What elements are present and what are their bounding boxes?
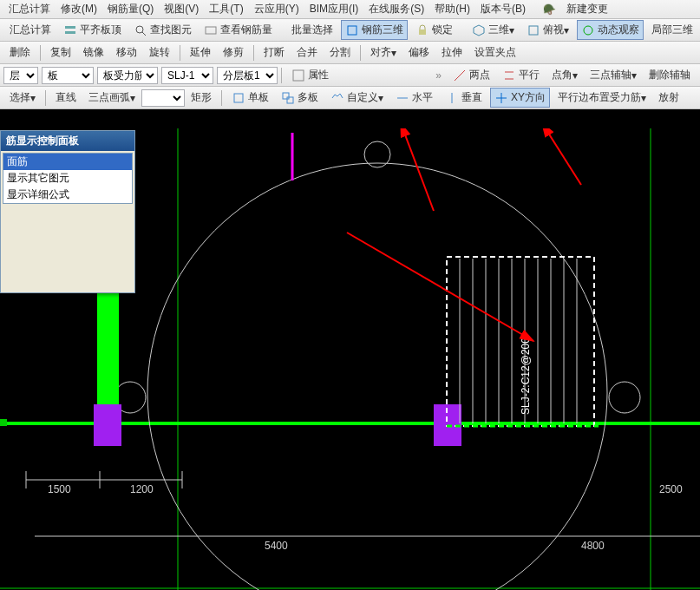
svg-rect-15 xyxy=(287,97,293,103)
hardhat-icon: 🪖 xyxy=(540,2,559,17)
dim-text: 4800 xyxy=(581,540,605,552)
svg-rect-9 xyxy=(293,70,304,81)
list-item[interactable]: 显示详细公式 xyxy=(3,187,132,203)
custom-button[interactable]: 自定义 ▾ xyxy=(326,88,388,108)
rect-button[interactable]: 矩形 xyxy=(186,88,216,108)
arc-button[interactable]: 三点画弧 ▾ xyxy=(84,88,140,108)
menu-newchange[interactable]: 新建变更 xyxy=(563,0,612,18)
vertical-button[interactable]: 垂直 xyxy=(441,88,487,108)
line-button[interactable]: 直线 xyxy=(51,88,81,108)
slj-combo[interactable]: SLJ-1 xyxy=(161,67,213,84)
svg-rect-0 xyxy=(65,26,75,29)
origin-handle[interactable] xyxy=(0,419,7,426)
svg-line-38 xyxy=(542,128,581,185)
menu-help[interactable]: 帮助(H) xyxy=(431,0,474,18)
rebar-type-combo[interactable]: 板受力筋 xyxy=(97,67,158,84)
lock-button[interactable]: 锁定 xyxy=(411,20,457,40)
menu-rebar[interactable]: 钢筋量(Q) xyxy=(104,0,157,18)
blank-combo[interactable] xyxy=(141,89,185,107)
svg-rect-4 xyxy=(206,27,216,34)
dim-text: 2500 xyxy=(659,483,683,495)
point-angle-button[interactable]: 点角 ▾ xyxy=(547,65,582,85)
svg-rect-13 xyxy=(234,94,243,102)
parallel-button[interactable]: 平行 xyxy=(498,65,544,85)
partial-3d-button[interactable]: 局部三维 xyxy=(647,20,697,40)
menu-version[interactable]: 版本号(B) xyxy=(477,0,529,18)
layer-combo[interactable]: 分层板1 xyxy=(217,67,278,84)
copy-button[interactable]: 复制 xyxy=(46,43,75,62)
two-point-button[interactable]: 两点 xyxy=(448,65,494,85)
top-view-button[interactable]: 俯视 ▾ xyxy=(522,20,573,40)
panel-title[interactable]: 筋显示控制面板 xyxy=(1,131,134,151)
toolbar-4: 选择 ▾ 直线 三点画弧 ▾ 矩形 单板 多板 自定义 ▾ 水平 垂直 XY方向… xyxy=(0,87,700,109)
dim-text: 1500 xyxy=(48,483,71,495)
three-point-aux-button[interactable]: 三点辅轴 ▾ xyxy=(586,65,641,85)
calc-button[interactable]: 汇总计算 xyxy=(5,20,56,40)
offset-button[interactable]: 偏移 xyxy=(404,43,434,62)
axis-bubble xyxy=(609,382,640,413)
floor-combo[interactable]: 层 xyxy=(3,67,38,84)
3d-view-button[interactable]: 三维 ▾ xyxy=(468,20,519,40)
property-button[interactable]: 属性 xyxy=(287,65,333,85)
radial-button[interactable]: 放射 xyxy=(654,88,684,108)
toolbar-2: 删除 复制 镜像 移动 旋转 延伸 修剪 打断 合并 分割 对齐 ▾ 偏移 拉伸… xyxy=(0,42,700,64)
list-item[interactable]: 显示其它图元 xyxy=(3,170,132,187)
beam-element xyxy=(94,404,121,446)
separator xyxy=(180,45,180,61)
align-top-button[interactable]: 平齐板顶 xyxy=(59,20,126,40)
parallel-edge-button[interactable]: 平行边布置受力筋 ▾ xyxy=(553,88,651,108)
rebar-3d-button[interactable]: 钢筋三维 xyxy=(341,20,408,40)
menu-cloud[interactable]: 云应用(Y) xyxy=(251,0,303,18)
stretch-button[interactable]: 拉伸 xyxy=(437,43,467,62)
split-button[interactable]: 分割 xyxy=(325,43,355,62)
single-plate-button[interactable]: 单板 xyxy=(227,88,273,108)
mirror-button[interactable]: 镜像 xyxy=(79,43,108,62)
menu-modify[interactable]: 修改(M) xyxy=(57,0,101,18)
menu-bim[interactable]: BIM应用(I) xyxy=(306,0,363,18)
menu-bar: 汇总计算 修改(M) 钢筋量(Q) 视图(V) 工具(T) 云应用(Y) BIM… xyxy=(0,0,700,19)
menu-view[interactable]: 视图(V) xyxy=(160,0,202,18)
xy-direction-button[interactable]: XY方向 xyxy=(490,88,550,108)
multi-plate-button[interactable]: 多板 xyxy=(277,88,323,108)
svg-line-39 xyxy=(347,233,533,341)
move-button[interactable]: 移动 xyxy=(112,43,141,62)
find-element-button[interactable]: 查找图元 xyxy=(129,20,196,40)
grip-button[interactable]: 设置夹点 xyxy=(470,43,520,62)
separator xyxy=(360,45,361,61)
batch-select-button[interactable]: 批量选择 xyxy=(287,20,337,40)
toolbar-1: 汇总计算 平齐板顶 查找图元 查看钢筋量 批量选择 钢筋三维 锁定 三维 ▾ 俯… xyxy=(0,19,700,42)
select-button[interactable]: 选择 ▾ xyxy=(5,88,40,108)
separator xyxy=(253,45,254,61)
toolbar-3: 层 板 板受力筋 SLJ-1 分层板1 属性 » 两点 平行 点角 ▾ 三点辅轴… xyxy=(0,64,700,87)
plate-combo[interactable]: 板 xyxy=(42,67,94,84)
separator xyxy=(45,90,46,106)
merge-button[interactable]: 合并 xyxy=(292,43,322,62)
svg-line-3 xyxy=(142,32,146,36)
chevron-right-icon: » xyxy=(435,69,442,82)
trim-button[interactable]: 修剪 xyxy=(219,43,248,62)
svg-rect-7 xyxy=(529,26,538,35)
svg-rect-1 xyxy=(65,31,75,34)
menu-online[interactable]: 在线服务(S) xyxy=(365,0,428,18)
delete-aux-button[interactable]: 删除辅轴 xyxy=(644,65,695,85)
rebar-display-panel[interactable]: 筋显示控制面板 面筋 显示其它图元 显示详细公式 xyxy=(0,130,135,293)
list-item[interactable]: 面筋 xyxy=(3,154,132,170)
view-rebar-button[interactable]: 查看钢筋量 xyxy=(200,20,277,40)
menu-tools[interactable]: 工具(T) xyxy=(206,0,246,18)
horizontal-button[interactable]: 水平 xyxy=(391,88,437,108)
dim-text: 5400 xyxy=(265,540,288,552)
svg-rect-6 xyxy=(419,30,426,35)
svg-line-37 xyxy=(401,128,434,211)
break-button[interactable]: 打断 xyxy=(259,43,289,62)
extend-button[interactable]: 延伸 xyxy=(186,43,215,62)
rotate-button[interactable]: 旋转 xyxy=(145,43,174,62)
delete-button[interactable]: 删除 xyxy=(5,43,35,62)
menu-huizong[interactable]: 汇总计算 xyxy=(5,0,54,18)
align-button[interactable]: 对齐 ▾ xyxy=(366,43,401,62)
separator xyxy=(281,68,282,83)
separator xyxy=(221,90,222,106)
svg-point-8 xyxy=(584,26,592,35)
dynamic-view-button[interactable]: 动态观察 xyxy=(577,20,644,40)
rebar-label: SLJ-2:C12@200 xyxy=(520,338,532,415)
separator xyxy=(40,45,41,61)
